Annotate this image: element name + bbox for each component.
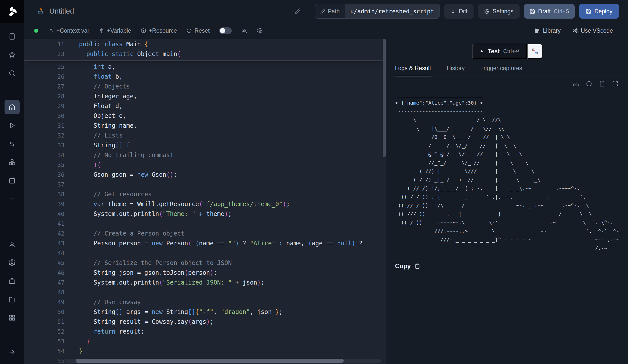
use-vscode-button[interactable]: Use VScode — [572, 27, 613, 34]
diff-label: Diff — [459, 8, 467, 15]
code-line[interactable]: 52 return result; — [24, 327, 386, 337]
code-line[interactable]: 47 System.out.println("Serialized JSON: … — [24, 278, 386, 288]
add-variable-button[interactable]: +Variable — [99, 27, 131, 34]
download-icon[interactable] — [573, 80, 579, 87]
code-line[interactable]: 40 System.out.println("Theme: " + theme)… — [24, 209, 386, 219]
line-number: 52 — [24, 327, 64, 337]
code-line[interactable]: 45 // Serialize the Person object to JSO… — [24, 258, 386, 268]
code-line[interactable]: 41 — [24, 219, 386, 229]
line-number: 11 — [24, 39, 64, 49]
toolbar-right: Library Use VScode — [534, 27, 613, 34]
workers-briefcase-icon — [8, 277, 16, 285]
editor-settings-button[interactable] — [257, 28, 263, 34]
sidebar-item-folders[interactable] — [5, 292, 20, 307]
sidebar-item-schedules[interactable] — [5, 173, 20, 188]
sidebar-item-runs[interactable] — [5, 118, 20, 133]
line-number: 29 — [24, 101, 64, 111]
line-number: 44 — [24, 248, 64, 258]
sidebar-item-workers[interactable] — [5, 274, 20, 288]
reset-button[interactable]: Reset — [186, 27, 210, 34]
editor-vertical-scrollbar[interactable] — [383, 39, 386, 157]
code-line[interactable]: 30 Object e, — [24, 111, 386, 121]
folders-icon — [8, 296, 16, 303]
code-line[interactable]: 46 String json = gson.toJson(person); — [24, 268, 386, 278]
code-lines[interactable]: 25 int a,26 float b,27 // Objects28 Inte… — [24, 61, 386, 364]
line-number: 50 — [24, 307, 64, 317]
line-number: 49 — [24, 297, 64, 307]
code-line[interactable]: 11public class Main { — [24, 39, 386, 49]
code-line[interactable]: 34 // No trailing commas! — [24, 150, 386, 160]
maximize-icon[interactable] — [612, 80, 618, 87]
windmill-logo[interactable] — [0, 0, 24, 23]
test-button[interactable]: Test Ctrl+↵ — [472, 44, 527, 59]
code-line[interactable]: 49 // Use cowsay — [24, 297, 386, 307]
copy-result-button[interactable]: Copy — [395, 262, 628, 270]
diff-mode-toggle[interactable] — [219, 27, 232, 34]
sidebar-item-home[interactable] — [5, 100, 20, 114]
add-context-var-button[interactable]: +Context var — [48, 27, 89, 34]
settings-button[interactable]: Settings — [478, 4, 520, 19]
code-line[interactable]: 28 Integer age, — [24, 92, 386, 101]
tab-history[interactable]: History — [447, 61, 465, 76]
copy-clipboard-icon — [414, 263, 420, 269]
code-line[interactable]: 48 — [24, 288, 386, 297]
edit-pencil-icon[interactable] — [294, 8, 300, 14]
code-line[interactable]: 51 String result = Cowsay.say(args); — [24, 317, 386, 327]
script-title-field[interactable]: Untitled — [35, 4, 305, 19]
code-line[interactable]: 54} — [24, 346, 386, 356]
sidebar-item-settings[interactable] — [5, 255, 20, 270]
code-line[interactable]: 23 public static Object main( — [24, 49, 386, 59]
expand-arrow-right-icon — [8, 348, 16, 356]
gear-icon — [257, 28, 263, 34]
code-line[interactable]: 37 — [24, 180, 386, 190]
line-number: 45 — [24, 258, 64, 268]
path-label: Path — [328, 8, 340, 15]
code-line[interactable]: 26 float b, — [24, 72, 386, 82]
sidebar-expand-button[interactable] — [5, 345, 20, 359]
code-line[interactable]: 36 Gson gson = new Gson(); — [24, 170, 386, 180]
sidebar-item-resources[interactable] — [5, 155, 20, 169]
windmill-logo-icon — [6, 6, 18, 17]
sidebar-item-add[interactable] — [5, 192, 20, 206]
panel-tabs: Logs & ResultHistoryTrigger captures — [386, 61, 628, 76]
code-line[interactable]: 53 } — [24, 337, 386, 346]
code-line[interactable]: 32 // Lists — [24, 131, 386, 141]
code-line[interactable]: 31 String name, — [24, 121, 386, 131]
code-editor[interactable]: 11public class Main {23 public static Ob… — [24, 39, 386, 364]
code-line[interactable]: 42 // Create a Person object — [24, 229, 386, 239]
code-line[interactable]: 29 Float d, — [24, 101, 386, 111]
sidebar-item-favorites[interactable] — [5, 48, 20, 62]
deploy-button[interactable]: Deploy — [579, 4, 619, 19]
info-icon[interactable] — [586, 80, 592, 87]
line-number: 55 — [24, 356, 64, 364]
sidebar-item-apps[interactable] — [5, 29, 20, 44]
sidebar-item-search[interactable] — [5, 66, 20, 80]
library-button[interactable]: Library — [534, 27, 561, 34]
add-resource-button[interactable]: +Resource — [141, 27, 177, 34]
code-line[interactable]: 39 var theme = Wmill.getResource("f/app_… — [24, 199, 386, 209]
editor-horizontal-scrollbar-thumb[interactable] — [76, 359, 344, 363]
code-line[interactable]: 50 String[] args = new String[]{"-f", "d… — [24, 307, 386, 317]
sidebar-item-groups[interactable] — [5, 310, 20, 325]
line-number: 42 — [24, 229, 64, 239]
code-line[interactable]: 25 int a, — [24, 62, 386, 72]
tab-logs-result[interactable]: Logs & Result — [395, 61, 431, 76]
multiplayer-button[interactable] — [241, 28, 247, 34]
variables-dollar-icon — [8, 140, 16, 148]
code-line[interactable]: 38 // Get resources — [24, 190, 386, 199]
draft-button[interactable]: Draft Ctrl+S — [524, 4, 575, 19]
code-line[interactable]: 35 ){ — [24, 160, 386, 170]
path-control[interactable]: Path u/admin/refreshed_script — [315, 4, 440, 19]
clipboard-icon[interactable] — [599, 80, 605, 87]
code-line[interactable]: 27 // Objects — [24, 82, 386, 92]
capture-mode-button[interactable] — [527, 44, 542, 59]
tab-trigger-captures[interactable]: Trigger captures — [480, 61, 522, 76]
code-line[interactable]: 33 String[] f — [24, 141, 386, 150]
vscode-icon — [572, 28, 578, 34]
code-line[interactable]: 43 Person person = new Person( (name == … — [24, 239, 386, 248]
library-label: Library — [543, 27, 561, 34]
sidebar-item-user[interactable] — [5, 237, 20, 252]
code-line[interactable]: 44 — [24, 248, 386, 258]
diff-button[interactable]: Diff — [444, 4, 474, 19]
sidebar-item-variables[interactable] — [5, 136, 20, 151]
